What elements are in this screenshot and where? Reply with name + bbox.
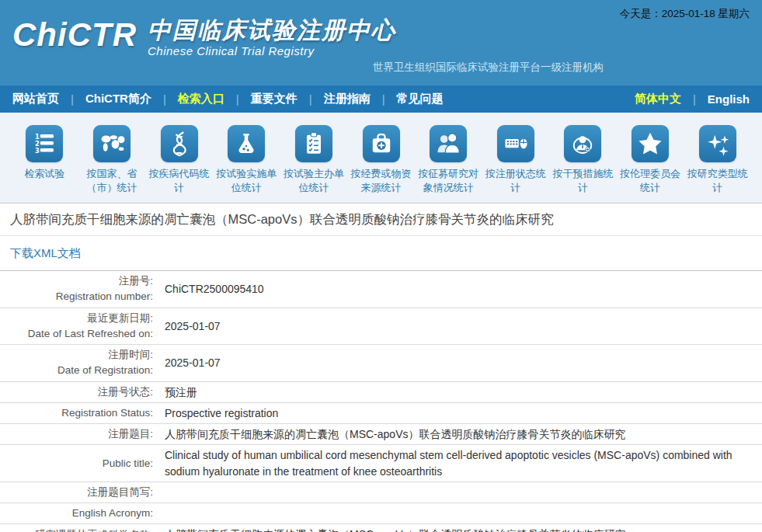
- toolbar-item-4[interactable]: 按试验主办单位统计: [280, 125, 348, 203]
- table-row: 注册号:Registration number:ChiCTR2500095410: [0, 271, 762, 308]
- toolbar-item-9[interactable]: 按伦理委员会统计: [617, 125, 684, 203]
- nav-separator: |: [693, 92, 696, 106]
- row-value: 2025-01-07: [159, 355, 762, 370]
- row-value: 人脐带间充质干细胞来源的凋亡囊泡（MSC-apoVs）联合透明质酸钠治疗膝骨关节…: [159, 527, 762, 532]
- download-row: 下载XML文档: [0, 236, 762, 270]
- numbered-list-icon: 123: [26, 125, 63, 162]
- nav-separator: |: [382, 92, 385, 106]
- toolbar-item-3[interactable]: 按试验实施单位统计: [213, 125, 280, 203]
- row-label: 注册题目简写:: [0, 485, 159, 500]
- row-label: 注册号:Registration number:: [0, 273, 159, 305]
- table-row: 注册题目简写:: [0, 482, 762, 503]
- toolbar-item-8[interactable]: 按干预措施统计: [549, 125, 617, 203]
- toolbar-item-2[interactable]: 按疾病代码统计: [145, 125, 213, 203]
- main-nav-items: 网站首页|ChiCTR简介|检索入口|重要文件|注册指南|常见问题: [12, 92, 444, 106]
- toolbar-item-0[interactable]: 123检索试验: [11, 125, 78, 203]
- row-label: Registration Status:: [0, 405, 159, 421]
- table-row: 注册时间:Date of Registration:2025-01-07: [0, 345, 762, 382]
- nav-separator: |: [309, 92, 312, 106]
- row-label: 注册题目:: [0, 426, 159, 442]
- row-value: 2025-01-07: [159, 318, 762, 334]
- row-value: 预注册: [159, 384, 762, 400]
- toolbar-item-label: 按干预措施统计: [549, 167, 617, 194]
- toolbar-item-10[interactable]: 按研究类型统计: [684, 125, 751, 203]
- nav-item-2[interactable]: 检索入口: [178, 92, 224, 106]
- header: 今天是：2025-01-18 星期六 ChiCTR 中国临床试验注册中心 Chi…: [0, 0, 762, 85]
- row-label: 最近更新日期:Date of Last Refreshed on:: [0, 311, 159, 342]
- svg-text:3: 3: [35, 147, 40, 155]
- nav-item-0[interactable]: 网站首页: [12, 92, 59, 106]
- chictr-logo[interactable]: ChiCTR: [12, 17, 137, 53]
- row-value: ChiCTR2500095410: [159, 281, 762, 297]
- toolbar-item-6[interactable]: 按征募研究对象情况统计: [415, 125, 482, 203]
- people-icon: [430, 125, 467, 162]
- nav-separator: |: [71, 92, 74, 106]
- site-title-en: Chinese Clinical Trial Registry: [148, 44, 396, 57]
- toolbar-item-label: 按疾病代码统计: [145, 167, 213, 194]
- world-map-icon: [93, 125, 130, 162]
- toolbar-item-5[interactable]: 按经费或物资来源统计: [347, 125, 415, 203]
- lang-switch: 简体中文 | English: [635, 92, 750, 106]
- row-value: Clinical study of human umbilical cord m…: [159, 447, 762, 479]
- toolbar-item-label: 按试验实施单位统计: [213, 167, 280, 194]
- medical-bag-icon: [363, 125, 400, 162]
- keyboard-mouse-icon: [497, 125, 534, 162]
- table-row: 最近更新日期:Date of Last Refreshed on:2025-01…: [0, 308, 762, 346]
- dna-icon: [161, 125, 198, 162]
- table-row: 注册题目:人脐带间充质干细胞来源的凋亡囊泡（MSC-apoVs）联合透明质酸钠治…: [0, 424, 762, 445]
- current-date: 今天是：2025-01-18 星期六: [620, 7, 750, 21]
- toolbar-item-label: 按征募研究对象情况统计: [415, 167, 482, 194]
- nav-item-3[interactable]: 重要文件: [251, 92, 297, 106]
- toolbar-item-1[interactable]: 按国家、省（市）统计: [78, 125, 146, 203]
- row-value: 人脐带间充质干细胞来源的凋亡囊泡（MSC-apoVs）联合透明质酸钠治疗膝骨关节…: [159, 426, 762, 442]
- toolbar-item-label: 按伦理委员会统计: [617, 167, 684, 194]
- nav-item-5[interactable]: 常见问题: [397, 92, 444, 106]
- lang-en-link[interactable]: English: [708, 92, 750, 106]
- row-label: 注册时间:Date of Registration:: [0, 347, 159, 379]
- toolbar-item-label: 检索试验: [11, 167, 78, 181]
- table-row: Registration Status:Prospective registra…: [0, 403, 762, 424]
- row-label: Public title:: [0, 456, 159, 471]
- table-row: Public title:Clinical study of human umb…: [0, 445, 762, 482]
- table-row: 研究课题的正式科学名称:人脐带间充质干细胞来源的凋亡囊泡（MSC-apoVs）联…: [0, 524, 762, 532]
- row-value: Prospective registration: [159, 405, 762, 421]
- statistics-toolbar: 123检索试验按国家、省（市）统计按疾病代码统计按试验实施单位统计按试验主办单位…: [0, 113, 762, 203]
- download-xml-link[interactable]: 下载XML文档: [10, 246, 81, 259]
- nav-item-1[interactable]: ChiCTR简介: [85, 92, 151, 106]
- table-row: English Acronym:: [0, 503, 762, 524]
- row-label: 注册号状态:: [0, 384, 159, 400]
- table-row: 注册号状态:预注册: [0, 382, 762, 403]
- sparkles-icon: [699, 125, 736, 162]
- main-nav: 网站首页|ChiCTR简介|检索入口|重要文件|注册指南|常见问题 简体中文 |…: [0, 85, 762, 113]
- nav-separator: |: [163, 92, 166, 106]
- registration-detail-table: 注册号:Registration number:ChiCTR2500095410…: [0, 270, 762, 532]
- toolbar-item-label: 按试验主办单位统计: [280, 167, 348, 194]
- flask-icon: [228, 125, 265, 162]
- site-subtitle: 世界卫生组织国际临床试验注册平台一级注册机构: [373, 61, 604, 75]
- row-label: 研究课题的正式科学名称:: [0, 527, 159, 532]
- site-title-zh: 中国临床试验注册中心: [148, 17, 396, 43]
- study-title: 人脐带间充质干细胞来源的凋亡囊泡（MSC-apoVs）联合透明质酸钠治疗膝骨关节…: [0, 203, 762, 236]
- nav-separator: |: [236, 92, 239, 106]
- star-icon: [632, 125, 669, 162]
- clipboard-icon: [295, 125, 332, 162]
- toolbar-item-label: 按经费或物资来源统计: [347, 167, 415, 194]
- row-label: English Acronym:: [0, 506, 159, 521]
- toolbar-item-label: 按注册状态统计: [482, 167, 549, 194]
- toolbar-item-label: 按研究类型统计: [684, 167, 751, 194]
- doctor-icon: [564, 125, 601, 162]
- lang-zh-link[interactable]: 简体中文: [635, 92, 681, 106]
- toolbar-item-7[interactable]: 按注册状态统计: [482, 125, 549, 203]
- toolbar-item-label: 按国家、省（市）统计: [78, 167, 146, 194]
- nav-item-4[interactable]: 注册指南: [324, 92, 371, 106]
